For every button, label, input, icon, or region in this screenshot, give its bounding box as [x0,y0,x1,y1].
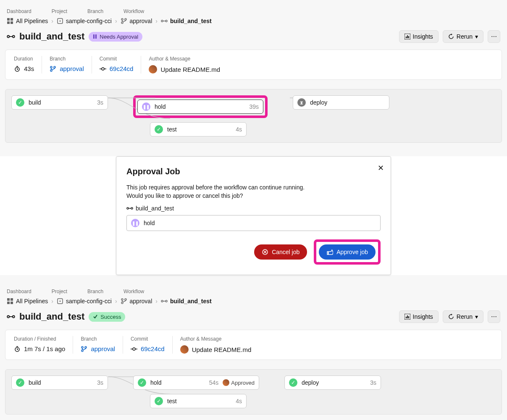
svg-rect-16 [406,37,407,38]
svg-point-20 [50,66,52,68]
job-node-test[interactable]: ✓ test 4s [150,122,247,136]
status-badge: Success [89,312,125,322]
rerun-button[interactable]: Rerun ▾ [443,310,483,323]
insights-button[interactable]: Insights [399,310,439,323]
svg-rect-1 [11,18,13,21]
branch-icon [121,18,127,24]
svg-rect-17 [407,35,408,38]
chevron-right-icon: › [115,298,117,304]
svg-point-5 [59,21,60,22]
bc-workflow[interactable]: build_and_test [161,18,212,24]
commit-icon [100,66,106,72]
commit-message: Update README.md [160,66,220,73]
approval-modal: ✕ Approval Job This job requires approva… [116,156,391,275]
highlight-hold-job: ❚❚ hold 39s [133,95,268,118]
more-button[interactable]: ⋯ [488,30,500,43]
rerun-button[interactable]: Rerun ▾ [443,30,483,43]
grid-icon [7,298,13,304]
branch-link[interactable]: approval [91,345,115,352]
chart-icon [405,34,410,39]
svg-rect-43 [408,316,409,318]
workflow-meta: Duration 43s Branch approval Commit 69c2… [5,50,502,80]
job-node-test[interactable]: ✓ test 4s [150,394,247,408]
svg-point-33 [121,299,123,300]
bc-project[interactable]: sample-config-cci [57,298,112,304]
close-button[interactable]: ✕ [378,163,384,173]
svg-point-35 [125,299,126,300]
branch-link[interactable]: approval [60,65,84,72]
bc-branch[interactable]: approval [121,298,152,304]
svg-point-6 [121,18,123,20]
svg-point-36 [161,300,163,302]
check-icon [93,314,98,319]
bc-all-pipelines[interactable]: All Pipelines [7,298,48,304]
svg-rect-28 [11,298,13,301]
modal-text1: This job requires approval before the wo… [126,184,381,191]
svg-point-10 [165,20,167,22]
pause-icon: ❚❚ [131,219,139,227]
refresh-icon [448,34,454,39]
bc-header-dashboard: Dashboard [7,8,32,14]
page-title: build_and_test [19,31,84,42]
check-icon: ✓ [16,378,24,387]
cancel-job-button[interactable]: Cancel job [254,244,307,260]
pause-icon: ❚❚ [142,102,150,111]
branch-icon [50,66,56,72]
bc-workflow[interactable]: build_and_test [161,298,212,304]
svg-point-22 [54,66,55,68]
more-button[interactable]: ⋯ [488,310,500,323]
chevron-down-icon: ▾ [475,33,478,40]
workflow-icon [7,312,15,321]
check-icon: ✓ [155,397,163,405]
job-node-deploy[interactable]: ⧗ deploy [293,95,389,110]
svg-point-25 [131,207,133,209]
modal-text2: Would you like to approve or cancel this… [126,192,381,199]
job-node-build[interactable]: ✓ build 3s [11,95,108,110]
commit-label: Commit [100,56,134,62]
workflow-meta: Duration / Finished 1m 7s / 1s ago Branc… [5,330,502,360]
branch-label: Branch [81,336,115,342]
hourglass-icon: ⧗ [297,98,306,107]
approve-job-button[interactable]: Approve job [319,244,376,260]
breadcrumb: All Pipelines › sample-config-cci › appr… [5,16,502,26]
job-node-hold[interactable]: ❚❚ hold 39s [137,100,263,114]
job-node-deploy[interactable]: ✓ deploy 3s [284,375,381,390]
check-icon: ✓ [138,378,146,387]
check-icon: ✓ [155,125,163,134]
svg-point-7 [121,22,123,24]
commit-link[interactable]: 69c24cd [110,65,134,72]
job-node-build[interactable]: ✓ build 3s [11,375,108,390]
page-title: build_and_test [19,311,84,322]
chevron-right-icon: › [155,18,158,24]
svg-rect-42 [407,315,408,318]
chevron-right-icon: › [51,18,53,24]
chevron-right-icon: › [115,18,117,24]
workflow-icon [126,205,133,212]
svg-point-34 [121,302,123,304]
bc-branch[interactable]: approval [121,18,152,24]
stopwatch-icon [14,66,21,72]
svg-rect-30 [11,302,13,304]
commit-icon [131,346,137,352]
duration-label: Duration [14,56,34,62]
thumbs-up-icon [326,249,333,255]
commit-label: Commit [131,336,165,342]
bc-project[interactable]: sample-config-cci [57,18,112,24]
ellipsis-icon: ⋯ [491,33,497,40]
svg-rect-27 [7,298,10,301]
workflow-graph: ✓ build 3s ❚❚ hold 39s ✓ test 4s [5,89,502,143]
svg-point-45 [81,346,83,348]
svg-rect-18 [408,36,409,38]
job-node-hold[interactable]: ✓ hold 54s Approved [133,375,259,390]
author-label: Author & Message [180,336,252,342]
svg-point-47 [85,346,87,348]
pause-icon [93,34,97,39]
insights-button[interactable]: Insights [399,30,439,43]
svg-point-37 [165,300,167,302]
svg-rect-41 [406,317,407,318]
commit-link[interactable]: 69c24cd [141,345,165,352]
bc-header-dashboard: Dashboard [7,289,32,294]
chevron-down-icon: ▾ [475,313,478,320]
bc-all-pipelines[interactable]: All Pipelines [7,18,48,24]
chevron-right-icon: › [51,298,53,304]
